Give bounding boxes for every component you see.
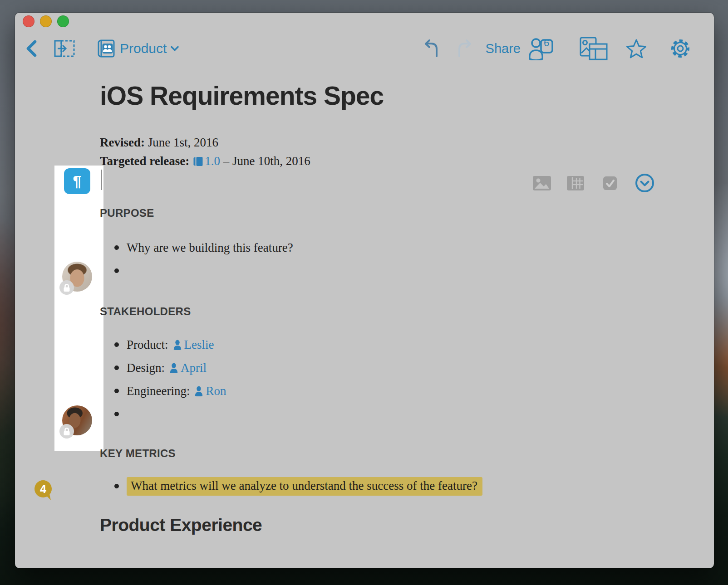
lock-icon [59, 424, 74, 439]
document-title[interactable]: iOS Requirements Spec [100, 81, 384, 111]
close-window-button[interactable] [23, 15, 34, 27]
paragraph-style-button[interactable]: ¶ [64, 168, 90, 194]
purpose-bullet-text: Why are we building this feature? [127, 241, 293, 255]
stakeholder-role: Engineering: [127, 384, 190, 398]
text-cursor [101, 170, 102, 190]
undo-button[interactable] [423, 39, 439, 58]
insert-checklist-icon[interactable] [603, 176, 617, 192]
settings-gear-button[interactable] [669, 38, 691, 59]
purpose-bullet: Why are we building this feature? [114, 238, 293, 258]
window-controls [23, 15, 69, 27]
insert-spreadsheet-icon[interactable] [567, 176, 584, 192]
chevron-down-icon [171, 46, 179, 52]
document-meta: Revised: June 1st, 2016 Targeted release… [100, 133, 310, 172]
person-icon [173, 340, 182, 350]
release-line: Targeted release:1.0 – June 10th, 2016 [100, 152, 310, 172]
release-version-link[interactable]: 1.0 [205, 154, 220, 168]
person-icon [194, 386, 203, 396]
chevron-down-circle-icon[interactable] [635, 173, 654, 195]
key-metrics-bullet: What metrics will we analyze to understa… [114, 476, 482, 496]
collaborator-count: 6 [541, 37, 551, 49]
collaborators-button[interactable]: 6 [527, 37, 553, 60]
share-button[interactable]: Share [486, 41, 521, 56]
comment-count: 4 [34, 483, 53, 496]
mention-name[interactable]: April [181, 361, 207, 375]
product-experience-heading: Product Experience [100, 515, 262, 535]
stakeholder-role: Design: [127, 361, 165, 375]
insert-document-elements-button[interactable] [580, 37, 608, 60]
empty-bullet [114, 261, 127, 281]
mention-name[interactable]: Ron [206, 384, 226, 398]
toolbar-right: Share 6 [423, 38, 691, 59]
app-window: Product Share 6 [15, 13, 714, 568]
toolbar-left: Product [25, 38, 179, 59]
insert-image-icon[interactable] [533, 176, 551, 192]
release-date: – June 10th, 2016 [223, 154, 310, 168]
minimize-window-button[interactable] [40, 15, 52, 27]
key-metrics-heading: KEY METRICS [100, 447, 176, 460]
folder-link-icon [193, 156, 203, 170]
person-mention[interactable]: Leslie [168, 338, 214, 352]
favorite-star-button[interactable] [626, 39, 647, 58]
redo-button[interactable] [457, 39, 473, 58]
empty-bullet [114, 404, 127, 424]
comment-thread-badge[interactable]: 4 [34, 479, 54, 500]
stakeholders-heading: STAKEHOLDERS [100, 305, 191, 318]
person-icon [169, 363, 178, 373]
revised-label: Revised: [100, 136, 145, 149]
mention-name[interactable]: Leslie [184, 338, 214, 352]
commented-highlight-text[interactable]: What metrics will we analyze to understa… [127, 477, 482, 496]
zoom-window-button[interactable] [57, 15, 69, 27]
folder-dropdown[interactable]: Product [95, 38, 179, 59]
shared-folder-icon [95, 38, 115, 59]
person-mention[interactable]: Ron [190, 384, 226, 398]
back-button[interactable] [25, 40, 37, 57]
stakeholder-role: Product: [127, 338, 168, 352]
person-mention[interactable]: April [165, 361, 207, 375]
stakeholder-item: Design: April [114, 358, 207, 378]
sidebar-toggle-button[interactable] [54, 39, 75, 58]
lock-icon [59, 280, 74, 295]
release-label: Targeted release: [100, 154, 189, 168]
folder-name-label: Product [120, 41, 167, 56]
stakeholder-item: Engineering: Ron [114, 381, 226, 401]
stakeholder-item: Product: Leslie [114, 335, 214, 355]
revised-value: June 1st, 2016 [148, 136, 218, 149]
purpose-heading: PURPOSE [100, 207, 154, 219]
revised-line: Revised: June 1st, 2016 [100, 133, 310, 152]
